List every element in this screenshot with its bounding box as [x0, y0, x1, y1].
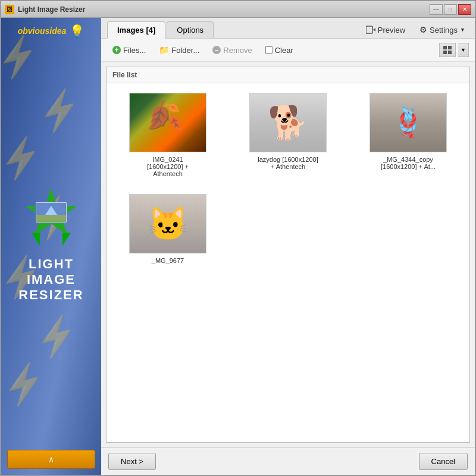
badge-ribbon-left	[32, 233, 40, 246]
thumbnail-rope: 🪢	[369, 93, 447, 152]
view-dropdown-button[interactable]: ▼	[458, 43, 469, 57]
toolbar: + Files... 📁 Folder... – Remove Clear	[101, 39, 475, 62]
list-item[interactable]: 🪢 _MG_4344_copy[1600x1200] + At...	[353, 89, 464, 181]
main-window: 🖼 Light Image Resizer — □ ✕ ⚡ ⚡ ⚡ ⚡ ⚡ ⚡ …	[0, 0, 476, 476]
app-icon: 🖼	[5, 5, 14, 14]
thumbnail-dog: 🐕	[249, 93, 327, 152]
view-toggle-button[interactable]	[439, 43, 456, 57]
sidebar-badge	[24, 185, 78, 239]
clear-button[interactable]: Clear	[260, 43, 299, 58]
clear-label: Clear	[275, 46, 293, 55]
remove-icon: –	[212, 46, 221, 54]
title-bar-left: 🖼 Light Image Resizer	[5, 5, 85, 14]
sidebar: ⚡ ⚡ ⚡ ⚡ ⚡ ⚡ ⚡ obviousidea 💡	[1, 18, 101, 475]
toolbar-right: ▼	[439, 43, 469, 57]
svg-rect-6	[366, 26, 372, 33]
clear-checkbox-icon	[265, 46, 273, 54]
badge-star	[24, 185, 78, 239]
grid-view-icon	[443, 46, 452, 54]
star-shape	[24, 185, 78, 239]
bottom-bar: Next > Cancel	[101, 447, 475, 475]
thumb-image-flowers: 🍂	[130, 93, 206, 152]
window-title: Light Image Resizer	[18, 5, 85, 14]
settings-label: Settings	[430, 26, 458, 35]
folder-icon: 📁	[159, 45, 169, 55]
thumbnail-flowers: 🍂	[129, 93, 206, 152]
tab-options[interactable]: Options	[167, 21, 214, 38]
chevron-down-icon: ▼	[460, 27, 465, 33]
file-grid: 🍂 IMG_0241[1600x1200] +Athentech 🐕	[107, 83, 469, 442]
title-light: LIGHT	[18, 256, 83, 272]
tabs-left: Images [4] Options	[107, 21, 214, 38]
lightbulb-icon: 💡	[70, 24, 84, 38]
remove-label: Remove	[223, 46, 252, 55]
tab-images[interactable]: Images [4]	[107, 21, 165, 39]
preview-label: Preview	[378, 26, 405, 35]
badge-ribbon-right	[62, 233, 71, 246]
cancel-button[interactable]: Cancel	[419, 453, 468, 470]
file-panel: File list 🍂 IMG_0241[1600x1200] +A	[106, 67, 470, 443]
tabs-right: Preview ⚙ Settings ▼	[362, 23, 469, 37]
sidebar-middle: LIGHT IMAGE RESIZER	[18, 44, 83, 444]
sidebar-arrow-button[interactable]: ∧	[7, 450, 95, 469]
title-resizer: RESIZER	[18, 287, 83, 303]
svg-rect-4	[36, 215, 66, 222]
list-item[interactable]: 🐕 lazydog [1600x1200]+ Athentech	[233, 89, 343, 181]
brand-idea: idea	[49, 26, 66, 36]
content-area: Images [4] Options Previ	[101, 18, 475, 475]
next-button[interactable]: Next >	[108, 453, 156, 470]
brand-obvious: obvious	[18, 26, 50, 36]
maximize-button[interactable]: □	[444, 4, 457, 15]
preview-svg	[366, 26, 375, 34]
svg-rect-8	[443, 46, 447, 49]
close-button[interactable]: ✕	[458, 4, 471, 15]
preview-icon	[366, 25, 375, 35]
tab-bar: Images [4] Options Previ	[101, 18, 475, 39]
svg-rect-10	[443, 51, 447, 54]
settings-button[interactable]: ⚙ Settings ▼	[416, 23, 469, 37]
gear-icon: ⚙	[419, 25, 427, 35]
folder-button[interactable]: 📁 Folder...	[154, 42, 205, 58]
thumb-image-cat: 🐱	[130, 195, 206, 253]
dog-emoji: 🐕	[268, 104, 309, 142]
file-panel-header: File list	[107, 67, 469, 83]
title-image: IMAGE	[18, 272, 83, 287]
thumb-image-dog: 🐕	[250, 93, 326, 152]
file-name-dog: lazydog [1600x1200]+ Athentech	[258, 156, 318, 170]
svg-rect-9	[448, 46, 452, 49]
main-layout: ⚡ ⚡ ⚡ ⚡ ⚡ ⚡ ⚡ obviousidea 💡	[1, 18, 475, 475]
title-bar: 🖼 Light Image Resizer — □ ✕	[1, 1, 475, 18]
files-label: Files...	[123, 46, 146, 55]
list-item[interactable]: 🐱 _MG_9677	[112, 190, 223, 268]
list-item[interactable]: 🍂 IMG_0241[1600x1200] +Athentech	[112, 89, 223, 181]
app-title-display: LIGHT IMAGE RESIZER	[18, 256, 83, 303]
cat-emoji: 🐱	[148, 205, 189, 243]
rope-emoji: 🪢	[390, 106, 426, 139]
leaf-emoji: 🍂	[142, 96, 184, 137]
preview-button[interactable]: Preview	[362, 23, 409, 37]
file-name-cat: _MG_9677	[152, 257, 184, 264]
add-files-icon: +	[112, 46, 121, 54]
remove-button[interactable]: – Remove	[207, 43, 257, 58]
file-name-flowers: IMG_0241[1600x1200] +Athentech	[147, 156, 189, 177]
thumb-image-rope: 🪢	[370, 93, 446, 152]
files-button[interactable]: + Files...	[107, 43, 151, 58]
brand-logo: obviousidea 💡	[18, 24, 85, 38]
arrow-icon: ∧	[48, 455, 54, 464]
svg-marker-7	[373, 28, 375, 32]
svg-rect-11	[448, 51, 452, 54]
brand-text: obviousidea	[18, 26, 67, 36]
minimize-button[interactable]: —	[430, 4, 443, 15]
folder-label: Folder...	[171, 46, 199, 55]
window-controls: — □ ✕	[430, 4, 471, 15]
file-name-rope: _MG_4344_copy[1600x1200] + At...	[381, 156, 436, 170]
thumbnail-cat: 🐱	[129, 194, 206, 253]
